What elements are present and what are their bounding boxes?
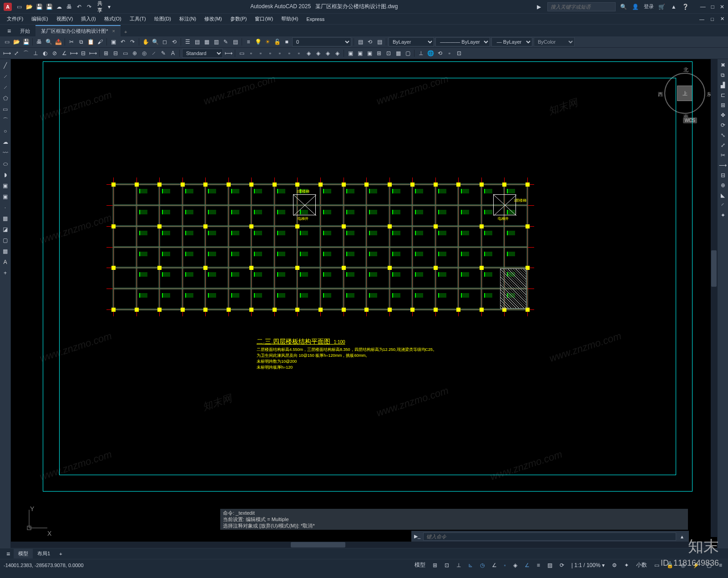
quickcalc-icon[interactable]: ▤ <box>231 38 239 46</box>
isodraft-toggle-icon[interactable]: ∠ <box>490 561 499 569</box>
user-icon[interactable]: 👤 <box>632 3 639 10</box>
minimize-button[interactable]: — <box>700 4 706 10</box>
layerstate-icon[interactable]: ▤ <box>375 38 384 46</box>
matchprop-icon[interactable]: 🖌 <box>96 38 104 46</box>
copy-icon[interactable]: ⧉ <box>77 38 85 46</box>
gear-icon[interactable]: ⚙ <box>610 561 619 569</box>
menu-format[interactable]: 格式(O) <box>101 14 125 24</box>
dim-ordinate-icon[interactable]: ⊥ <box>31 49 40 57</box>
selcycling-toggle-icon[interactable]: ⟳ <box>557 561 566 569</box>
pan-icon[interactable]: ✋ <box>142 38 150 46</box>
3dosnap-toggle-icon[interactable]: ◈ <box>511 561 520 569</box>
insert-block-icon[interactable]: ▣ <box>346 49 354 57</box>
file-tab-menu-icon[interactable]: ≡ <box>4 25 15 36</box>
layeriso-icon[interactable]: ▤ <box>356 38 364 46</box>
help-search-input[interactable] <box>547 2 616 11</box>
join-icon[interactable]: ⊕ <box>719 181 727 189</box>
qat-dropdown-icon[interactable]: ▾ <box>106 3 113 10</box>
line-icon[interactable]: ╱ <box>1 61 10 70</box>
undo-icon[interactable]: ↶ <box>119 38 127 46</box>
paste-icon[interactable]: 📋 <box>86 38 95 46</box>
copy-obj-icon[interactable]: ⧉ <box>719 71 727 79</box>
ucs-object-icon[interactable]: ⊡ <box>455 49 463 57</box>
polar-toggle-icon[interactable]: ◷ <box>478 561 487 569</box>
revcloud-icon[interactable]: ☁ <box>1 137 10 147</box>
menu-modify[interactable]: 修改(M) <box>201 14 225 24</box>
xref-icon[interactable]: ⊡ <box>384 49 393 57</box>
save-icon[interactable]: 💾 <box>35 3 43 10</box>
layer-lock-icon[interactable]: 🔓 <box>273 38 281 46</box>
layer-dropdown[interactable]: 0 <box>292 37 351 46</box>
dim-edit-icon[interactable]: ✎ <box>159 49 167 57</box>
preview-icon[interactable]: 🔍 <box>45 38 53 46</box>
gradient-icon[interactable]: ◪ <box>1 225 10 234</box>
dimstyle-icon[interactable]: ⟼ <box>224 49 233 57</box>
ucs-face-icon[interactable]: ▫ <box>445 49 454 57</box>
view-named-icon[interactable]: ▭ <box>238 49 246 57</box>
osnap-toggle-icon[interactable]: ▫ <box>502 561 508 569</box>
share-button[interactable]: 共享 <box>96 3 103 10</box>
snap-toggle-icon[interactable]: ⊡ <box>442 561 451 569</box>
dim-break-icon[interactable]: ⊟ <box>111 49 120 57</box>
table-icon[interactable]: ▦ <box>1 247 10 256</box>
move-icon[interactable]: ✥ <box>719 111 727 119</box>
units-label[interactable]: 小数 <box>634 560 649 570</box>
view-neiso-icon[interactable]: ◈ <box>324 49 332 57</box>
dim-inspect-icon[interactable]: ◎ <box>140 49 148 57</box>
toolpalettes-icon[interactable]: ▦ <box>202 38 211 46</box>
menu-edit[interactable]: 编辑(E) <box>28 14 51 24</box>
break-icon[interactable]: ⊟ <box>719 171 727 179</box>
layout-tab-layout1[interactable]: 布局1 <box>33 549 55 558</box>
open-icon[interactable]: 📂 <box>25 3 33 10</box>
search-arrow-icon[interactable]: ▶ <box>536 3 543 10</box>
new-icon[interactable]: ▭ <box>15 3 23 10</box>
save-icon[interactable]: 💾 <box>22 38 30 46</box>
dim-radius-icon[interactable]: ◐ <box>41 49 49 57</box>
layout-tab-model[interactable]: 模型 <box>14 549 33 558</box>
textstyle-dropdown[interactable]: Standard <box>182 49 223 58</box>
color-dropdown[interactable]: ByLayer <box>389 37 434 46</box>
menu-window[interactable]: 窗口(W) <box>252 14 276 24</box>
open-icon[interactable]: 📂 <box>12 38 20 46</box>
menu-parametric[interactable]: 参数(P) <box>227 14 250 24</box>
new-icon[interactable]: ▭ <box>3 38 11 46</box>
linetype-dropdown[interactable]: ———— ByLayer <box>435 37 490 46</box>
quickprops-icon[interactable]: ▭ <box>652 561 662 569</box>
ucs-icon[interactable]: ⊥ <box>417 49 425 57</box>
dim-linear-icon[interactable]: ⟼ <box>3 49 11 57</box>
ucs-prev-icon[interactable]: ⟲ <box>436 49 444 57</box>
field-icon[interactable]: ▢ <box>404 49 412 57</box>
point-icon[interactable]: · <box>1 203 10 212</box>
scrollbar-thumb[interactable] <box>291 542 345 548</box>
tolerance-icon[interactable]: ▭ <box>121 49 129 57</box>
zoomprev-icon[interactable]: ⟲ <box>170 38 178 46</box>
ucs-world-icon[interactable]: 🌐 <box>426 49 435 57</box>
polygon-icon[interactable]: ⬠ <box>1 94 10 103</box>
designcenter-icon[interactable]: ▤ <box>193 38 201 46</box>
layout-tab-plus[interactable]: + <box>55 550 66 558</box>
view-nwiso-icon[interactable]: ◈ <box>333 49 341 57</box>
vertical-scrollbar[interactable] <box>711 59 717 537</box>
fillet-icon[interactable]: ◜ <box>719 201 727 209</box>
login-label[interactable]: 登录 <box>644 3 654 10</box>
print-icon[interactable]: 🖶 <box>35 38 43 46</box>
menu-tools[interactable]: 工具(T) <box>126 14 149 24</box>
view-right-icon[interactable]: ▫ <box>276 49 284 57</box>
exchange-icon[interactable]: 🛒 <box>658 3 666 10</box>
block-edit-icon[interactable]: ▣ <box>365 49 374 57</box>
lwdisplay-toggle-icon[interactable]: ≡ <box>535 561 542 569</box>
circle-icon[interactable]: ○ <box>1 127 10 136</box>
app-logo[interactable]: A <box>4 3 12 11</box>
view-front-icon[interactable]: ▫ <box>285 49 293 57</box>
spline-icon[interactable]: 〰 <box>1 148 10 157</box>
dim-aligned-icon[interactable]: ⤢ <box>12 49 20 57</box>
plotstyle-dropdown[interactable]: ByColor <box>534 37 575 46</box>
dim-continue-icon[interactable]: ⟼ <box>89 49 97 57</box>
menu-draw[interactable]: 绘图(D) <box>151 14 174 24</box>
hatch-icon[interactable]: ▦ <box>1 214 10 223</box>
menu-view[interactable]: 视图(V) <box>53 14 76 24</box>
menu-file[interactable]: 文件(F) <box>4 14 26 24</box>
zoom-icon[interactable]: 🔍 <box>151 38 159 46</box>
redo-icon[interactable]: ↷ <box>128 38 136 46</box>
addselected-icon[interactable]: + <box>1 269 10 278</box>
